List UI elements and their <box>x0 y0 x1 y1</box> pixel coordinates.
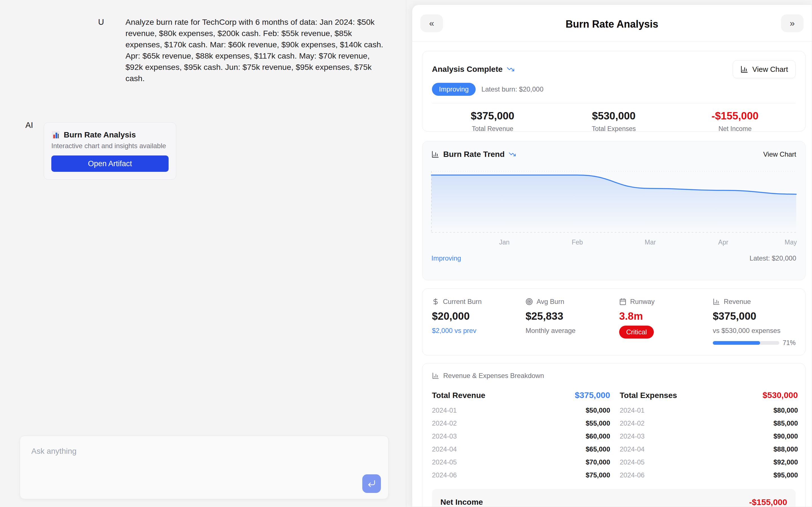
x-axis-labels: JanFebMarAprMay <box>432 236 796 246</box>
trend-title: Burn Rate Trend <box>443 150 505 159</box>
stat-net-income: -$155,000 Net Income <box>674 110 796 133</box>
calendar-icon <box>619 298 626 305</box>
table-row: 2024-05$70,000 2024-05$92,000 <box>432 456 796 469</box>
stat-value: $530,000 <box>553 110 674 122</box>
panel-header: « Burn Rate Analysis » <box>412 5 812 41</box>
x-axis-label: Feb <box>572 238 583 246</box>
value-cell: $65,000 <box>586 445 610 453</box>
critical-badge: Critical <box>619 326 654 339</box>
revenue-progress-fill <box>713 341 760 345</box>
dollar-icon <box>432 298 439 305</box>
value-cell: $70,000 <box>586 458 610 466</box>
month-cell: 2024-01 <box>432 406 457 414</box>
ai-avatar: AI <box>26 121 33 130</box>
bar-chart-icon <box>432 372 439 379</box>
chat-input[interactable] <box>20 436 388 478</box>
month-cell: 2024-04 <box>432 445 457 453</box>
view-chart-label: View Chart <box>752 65 788 74</box>
table-row: 2024-01$50,000 2024-01$80,000 <box>432 404 796 417</box>
latest-burn-text: Latest burn: $20,000 <box>481 86 543 93</box>
trend-latest-label: Latest: $20,000 <box>750 255 796 262</box>
stat-value: -$155,000 <box>674 110 796 122</box>
analysis-summary-card: Analysis Complete Vi <box>422 51 806 131</box>
bar-chart-icon <box>713 298 720 305</box>
net-income-box: Net Income -$155,000 Loss-making over th… <box>432 489 796 507</box>
burn-rate-trend-card: Burn Rate Trend View Chart <box>422 141 806 280</box>
table-row: 2024-04$65,000 2024-04$88,000 <box>432 443 796 456</box>
stat-total-revenue: $375,000 Total Revenue <box>432 110 553 133</box>
net-income-label: Net Income <box>441 498 483 507</box>
metric-subtext: $2,000 vs prev <box>432 327 525 335</box>
month-cell: 2024-02 <box>432 419 457 427</box>
user-message: Analyze burn rate for TechCorp with 6 mo… <box>125 16 384 84</box>
value-cell: $80,000 <box>773 406 798 414</box>
send-button[interactable] <box>362 474 381 493</box>
metric-label: Current Burn <box>443 298 481 305</box>
expand-panel-button[interactable]: » <box>781 14 804 32</box>
summary-title: Analysis Complete <box>432 65 503 74</box>
month-cell: 2024-05 <box>620 458 645 466</box>
metric-subtext: Monthly average <box>525 327 619 335</box>
target-icon <box>525 298 533 305</box>
table-row: 2024-03$60,000 2024-03$90,000 <box>432 430 796 443</box>
month-cell: 2024-05 <box>432 458 457 466</box>
value-cell: $92,000 <box>773 458 798 466</box>
x-axis-label: Jan <box>499 238 509 246</box>
value-cell: $55,000 <box>586 419 610 427</box>
x-axis-label: May <box>784 238 797 246</box>
key-metrics-card: Current Burn $20,000 $2,000 vs prev Avg … <box>422 288 806 355</box>
table-row: 2024-02$55,000 2024-02$85,000 <box>432 417 796 430</box>
breakdown-card: Revenue & Expenses Breakdown Total Reven… <box>422 363 806 507</box>
revenue-progress-track <box>713 341 779 345</box>
metric-subtext: vs $530,000 expenses <box>713 327 796 335</box>
view-chart-link[interactable]: View Chart <box>763 151 796 158</box>
metric-value: $20,000 <box>432 311 525 322</box>
artifact-subtitle: Interactive chart and insights available <box>51 142 168 150</box>
open-artifact-button[interactable]: Open Artifact <box>51 156 168 172</box>
metric-label: Avg Burn <box>537 298 564 305</box>
artifact-card: Burn Rate Analysis Interactive chart and… <box>44 122 176 180</box>
metric-label: Runway <box>630 298 655 305</box>
month-cell: 2024-06 <box>432 471 457 479</box>
value-cell: $95,000 <box>773 471 798 479</box>
breakdown-title: Revenue & Expenses Breakdown <box>443 372 544 380</box>
month-cell: 2024-04 <box>620 445 645 453</box>
user-avatar: U <box>98 17 104 27</box>
value-cell: $60,000 <box>586 432 610 440</box>
value-cell: $75,000 <box>586 471 610 479</box>
bar-chart-icon <box>432 151 439 158</box>
view-chart-button[interactable]: View Chart <box>733 60 796 78</box>
expenses-total: $530,000 <box>763 390 798 400</box>
chat-input-box <box>20 436 389 499</box>
value-cell: $90,000 <box>773 432 798 440</box>
chat-pane: U Analyze burn rate for TechCorp with 6 … <box>0 0 406 507</box>
trending-down-icon <box>509 151 516 158</box>
metric-value: $375,000 <box>713 311 796 322</box>
artifact-panel-zone: « Burn Rate Analysis » Analysis Complete <box>406 0 812 507</box>
trend-status-label: Improving <box>432 255 461 262</box>
divider <box>432 103 796 103</box>
table-row: 2024-06$75,000 2024-06$95,000 <box>432 469 796 482</box>
value-cell: $50,000 <box>586 406 610 414</box>
bar-chart-emoji-icon <box>51 130 60 139</box>
month-cell: 2024-03 <box>432 432 457 440</box>
burn-rate-panel: « Burn Rate Analysis » Analysis Complete <box>412 4 812 507</box>
value-cell: $85,000 <box>773 419 798 427</box>
metric-revenue: Revenue $375,000 vs $530,000 expenses 71… <box>713 298 796 346</box>
x-axis-label: Mar <box>645 238 656 246</box>
revenue-total-row: Total Revenue $375,000 <box>432 390 610 400</box>
artifact-title: Burn Rate Analysis <box>64 130 136 139</box>
metric-runway: Runway 3.8m Critical <box>619 298 713 346</box>
metric-current-burn: Current Burn $20,000 $2,000 vs prev <box>432 298 525 346</box>
stat-label: Total Revenue <box>432 125 553 133</box>
revenue-total: $375,000 <box>575 390 610 400</box>
expenses-total-row: Total Expenses $530,000 <box>620 390 798 400</box>
stat-label: Total Expenses <box>553 125 674 133</box>
month-cell: 2024-06 <box>620 471 645 479</box>
column-header: Total Expenses <box>620 391 677 400</box>
revenue-progress-percent: 71% <box>783 339 796 347</box>
improving-badge: Improving <box>432 83 476 96</box>
area-fill <box>432 175 796 232</box>
burn-rate-chart <box>432 171 796 232</box>
column-header: Total Revenue <box>432 391 485 400</box>
